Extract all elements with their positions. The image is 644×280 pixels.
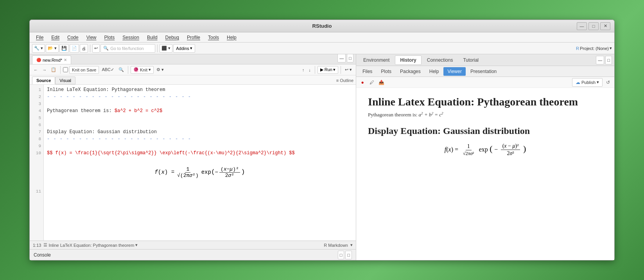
code-line-1: Inline LaTeX Equation: Pythagorean theor… xyxy=(47,86,353,93)
code-line-10: $$ f(x) = \frac{1}{\sqrt{2\pi\sigma^2}} … xyxy=(47,150,353,157)
minimize-editor-button[interactable]: — xyxy=(337,54,346,62)
file-type: R Markdown xyxy=(324,243,348,248)
console-maximize-button[interactable]: □ xyxy=(345,251,352,259)
ed-sep-2 xyxy=(128,66,128,74)
toolbar-separator-1 xyxy=(90,45,90,52)
scroll-down-button[interactable]: ↓ xyxy=(307,66,312,74)
menu-view[interactable]: View xyxy=(83,34,100,41)
viewer-brush-button[interactable]: 🖊 xyxy=(368,78,376,86)
maximize-button[interactable]: □ xyxy=(588,22,599,30)
find-button[interactable]: 🔍 xyxy=(117,66,126,74)
maximize-editor-button[interactable]: □ xyxy=(347,54,353,62)
editor-toolbar: ← → 📋 Knit on Save ABC✓ 🔍 🧶 Knit ▾ ⚙ ▾ xyxy=(30,64,356,75)
right-sub-tabs: Files Plots Packages Help Viewer Present… xyxy=(356,66,614,77)
right-top-tabs: Environment History Connections Tutorial… xyxy=(356,54,614,66)
right-panel: Environment History Connections Tutorial… xyxy=(356,54,614,260)
rmd-icon: 🔴 xyxy=(36,58,41,62)
line-num-11: 11 xyxy=(30,188,43,195)
file-type-dropdown[interactable]: ▾ xyxy=(350,243,353,248)
settings-button[interactable]: ⚙ ▾ xyxy=(155,66,165,74)
spellcheck-button[interactable]: 📋 xyxy=(49,66,58,74)
console-controls: □ □ xyxy=(338,251,352,259)
subtab-files[interactable]: Files xyxy=(359,67,376,76)
line-num-5: 5 xyxy=(30,114,43,121)
print-button[interactable]: 🖨 xyxy=(80,44,88,53)
code-content[interactable]: Inline LaTeX Equation: Pythagorean theor… xyxy=(44,85,356,241)
undo-button[interactable]: ← xyxy=(32,66,39,74)
source-tab[interactable]: Source xyxy=(32,77,55,84)
title-bar: RStudio — □ ✕ xyxy=(30,20,614,32)
right-minimize-button[interactable]: — xyxy=(596,56,604,64)
goto-file-input[interactable]: 🔍 Go to file/function xyxy=(100,44,155,53)
minimize-button[interactable]: — xyxy=(577,22,587,30)
menu-tools[interactable]: Tools xyxy=(205,34,222,41)
subtab-plots[interactable]: Plots xyxy=(377,67,395,76)
menu-plots[interactable]: Plots xyxy=(101,34,118,41)
redo-button[interactable]: → xyxy=(41,66,48,74)
line-num-6: 6 xyxy=(30,121,43,128)
addins-button[interactable]: Addins ▾ xyxy=(173,44,195,53)
window-controls: — □ ✕ xyxy=(577,22,610,30)
section-name: Inline LaTeX Equation: Pythagorean theor… xyxy=(48,243,134,248)
math-inline: a2 + b2 = c2 xyxy=(419,112,443,118)
menu-edit[interactable]: Edit xyxy=(48,34,63,41)
editor-tab-new-rmd[interactable]: 🔴 new.Rmd* ✕ xyxy=(32,55,71,64)
tab-connections[interactable]: Connections xyxy=(422,55,458,65)
back-button[interactable]: ↩ xyxy=(92,44,100,53)
menu-help[interactable]: Help xyxy=(224,34,240,41)
save-all-button[interactable]: 📄 xyxy=(70,44,79,53)
code-line-5 xyxy=(47,114,353,121)
project-button[interactable]: R Project: (None) ▾ xyxy=(576,46,612,51)
menu-code[interactable]: Code xyxy=(64,34,82,41)
line-num-8: 8 xyxy=(30,136,43,143)
menu-file[interactable]: File xyxy=(33,34,47,41)
knit-on-save-checkbox[interactable] xyxy=(63,67,68,72)
code-line-4: Pythagorean theorem is: $a^2 + b^2 = c^2… xyxy=(47,107,353,114)
viewer-export-button[interactable]: 📤 xyxy=(377,78,385,86)
scroll-up-button[interactable]: ↑ xyxy=(301,66,306,74)
outline-button[interactable]: ≡ Outline xyxy=(336,78,353,84)
subtab-presentation[interactable]: Presentation xyxy=(466,67,500,76)
run-button[interactable]: ▶ Run ▾ xyxy=(318,66,338,74)
subtab-help[interactable]: Help xyxy=(425,67,443,76)
code-line-11 xyxy=(47,188,353,195)
new-file-button[interactable]: 🔧 ▾ xyxy=(32,44,45,53)
menu-debug[interactable]: Debug xyxy=(162,34,182,41)
code-editor: 1 2 3 4 5 6 7 8 9 10 11 Inline LaTeX Equ… xyxy=(30,85,356,241)
section-dropdown-icon[interactable]: ▾ xyxy=(135,243,138,248)
refresh-button[interactable]: ↺ xyxy=(604,78,612,86)
publish-button[interactable]: ☁ Publish ▾ xyxy=(572,78,603,87)
preview-text: Pythagorean theorem is: a2 + b2 = c2 xyxy=(368,111,603,118)
viewer-stop-button[interactable]: ● xyxy=(359,78,366,86)
visual-tab[interactable]: Visual xyxy=(55,77,75,84)
code-line-8: - - - - - - - - - - - - - - - - - - - - … xyxy=(47,136,353,143)
knit-button[interactable]: 🧶 Knit ▾ xyxy=(131,66,154,74)
open-button[interactable]: 📂 ▾ xyxy=(46,44,59,53)
chunk-button[interactable]: ⬛ ▾ xyxy=(160,44,172,53)
right-maximize-button[interactable]: □ xyxy=(605,56,612,64)
code-line-3 xyxy=(47,100,353,107)
subtab-viewer[interactable]: Viewer xyxy=(443,67,465,76)
menu-build[interactable]: Build xyxy=(144,34,161,41)
close-tab-icon[interactable]: ✕ xyxy=(64,58,67,62)
subtab-packages[interactable]: Packages xyxy=(396,67,425,76)
bookmark-icon: ☰ xyxy=(43,243,47,248)
source-button[interactable]: ↩ ▾ xyxy=(343,66,353,74)
tab-history[interactable]: History xyxy=(395,55,421,65)
viewer-toolbar: ● 🖊 📤 ☁ Publish ▾ ↺ xyxy=(356,77,614,88)
tab-tutorial[interactable]: Tutorial xyxy=(458,55,483,65)
console-minimize-button[interactable]: □ xyxy=(338,251,344,259)
save-button[interactable]: 💾 xyxy=(59,44,69,53)
menu-profile[interactable]: Profile xyxy=(184,34,203,41)
preview-h1: Inline Latex Equation: Pythagorean theor… xyxy=(368,96,603,108)
line-num-9: 9 xyxy=(30,143,43,150)
main-toolbar: 🔧 ▾ 📂 ▾ 💾 📄 🖨 ↩ 🔍 Go to file/function ⬛ … xyxy=(30,43,614,54)
line-num-10: 10 xyxy=(30,150,43,157)
code-equation-rendered: f(x) = 1 √(2πσ²) exp ( − (x−μ)² 2σ² ) xyxy=(47,157,353,188)
close-button[interactable]: ✕ xyxy=(600,22,610,30)
knit-on-save-button[interactable]: Knit on Save xyxy=(69,66,99,74)
menu-session[interactable]: Session xyxy=(119,34,142,41)
tab-environment[interactable]: Environment xyxy=(359,55,394,65)
spellcheck2-button[interactable]: ABC✓ xyxy=(100,66,116,74)
line-num-1: 1 xyxy=(30,86,43,93)
